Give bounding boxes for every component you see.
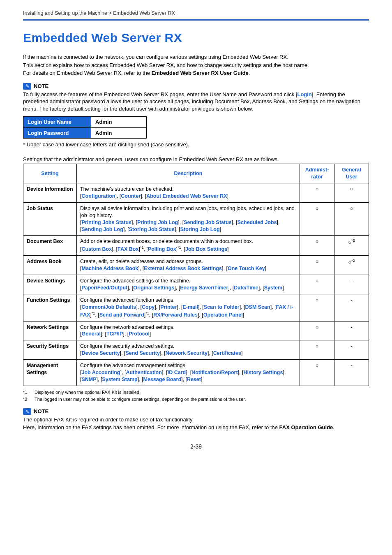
link-job-accounting[interactable]: Job Accounting	[81, 370, 120, 375]
link-authentication[interactable]: Authentication	[126, 370, 162, 375]
footnote-text: The logged in user may not be able to co…	[35, 396, 246, 402]
footnote-1: *1Displayed only when the optional FAX K…	[23, 389, 369, 395]
link-notification-report[interactable]: Notification/Report	[191, 370, 238, 375]
link-message-board[interactable]: Message Board	[143, 377, 181, 382]
setting-desc: Create, edit, or delete addresses and ad…	[77, 256, 300, 275]
circle-icon	[350, 206, 353, 211]
user-cell: -	[334, 275, 369, 294]
footnote-ref: *1	[140, 245, 144, 250]
link-system-stamp[interactable]: System Stamp	[102, 377, 138, 382]
case-sensitive-note: * Upper case and lower case letters are …	[23, 141, 369, 148]
login-link[interactable]: Login	[297, 91, 311, 97]
note-header-1: ✎ NOTE	[23, 83, 369, 90]
circle-icon	[316, 206, 319, 211]
link-tcpip[interactable]: TCP/IP	[106, 331, 123, 337]
link-storing-job-status[interactable]: Storing Job Status	[129, 227, 175, 232]
link-printing-jobs-status[interactable]: Printing Jobs Status	[81, 220, 131, 225]
admin-cell	[300, 236, 334, 256]
login-table: Login User Name Admin Login Password Adm…	[23, 116, 147, 139]
fax-guide-ref: FAX Operation Guide	[279, 424, 333, 430]
link-network-security[interactable]: Network Security	[166, 350, 208, 356]
link-send-forward[interactable]: Send and Forward	[99, 312, 144, 318]
circle-icon	[316, 297, 319, 303]
table-row: Security Settings Configure the security…	[23, 340, 369, 360]
link-job-box-settings[interactable]: Job Box Settings	[185, 246, 227, 252]
admin-cell	[300, 275, 334, 294]
footnote-text: Displayed only when the optional FAX Kit…	[35, 389, 141, 395]
note2-t2a: Here, information on the FAX settings ha…	[23, 424, 279, 430]
link-sending-job-log[interactable]: Sending Job Log	[81, 227, 123, 232]
desc-text: Add or delete document boxes, or delete …	[80, 238, 253, 244]
header-rule	[23, 19, 369, 21]
link-certificates[interactable]: Certificates	[213, 350, 241, 356]
link-email[interactable]: E-mail	[182, 304, 198, 310]
link-energy-saver[interactable]: Energy Saver/Timer	[180, 285, 228, 291]
footnote-key: *1	[23, 389, 30, 395]
page-title: Embedded Web Server RX	[23, 30, 369, 46]
link-storing-job-log[interactable]: Storing Job Log	[180, 227, 220, 232]
link-date-time[interactable]: Date/Time	[234, 285, 258, 291]
note2-line1: The optional FAX Kit is required in orde…	[23, 416, 369, 423]
link-counter[interactable]: Counter	[121, 193, 141, 199]
link-id-card[interactable]: ID Card	[168, 370, 186, 375]
link-scheduled-jobs[interactable]: Scheduled Jobs	[238, 220, 277, 225]
footnote-2: *2The logged in user may not be able to …	[23, 396, 369, 402]
setting-name: Network Settings	[23, 321, 77, 340]
intro-line-3a: For details on Embedded Web Server RX, r…	[23, 70, 152, 76]
link-copy[interactable]: Copy	[142, 304, 154, 310]
intro-line-3: For details on Embedded Web Server RX, r…	[23, 69, 369, 77]
user-cell: -	[334, 360, 369, 386]
footnote-ref: *2	[351, 259, 355, 263]
link-custom-box[interactable]: Custom Box	[81, 246, 112, 252]
link-configuration[interactable]: Configuration	[81, 193, 115, 199]
link-common-job-defaults[interactable]: Common/Job Defaults	[81, 304, 136, 310]
link-printer[interactable]: Printer	[160, 304, 177, 310]
table-row: Address Book Create, edit, or delete add…	[23, 256, 369, 275]
link-send-security[interactable]: Send Security	[126, 350, 160, 356]
desc-text: Configure the advanced management settin…	[80, 363, 187, 368]
user-cell: *2	[334, 236, 369, 256]
link-fax-box[interactable]: FAX Box	[118, 246, 138, 252]
link-system[interactable]: System	[264, 285, 282, 291]
note-label-1: NOTE	[34, 83, 48, 90]
link-dsm-scan[interactable]: DSM Scan	[245, 304, 270, 310]
setting-name: Security Settings	[23, 340, 77, 360]
link-about[interactable]: About Embedded Web Server RX	[146, 193, 227, 199]
link-external-address-book[interactable]: External Address Book Settings	[144, 266, 222, 271]
link-reset[interactable]: Reset	[187, 377, 201, 382]
link-device-security[interactable]: Device Security	[81, 350, 120, 356]
setting-desc: Displays all device information, includi…	[77, 202, 300, 236]
desc-text: The machine's structure can be checked.	[80, 186, 174, 192]
header-admin: Administ-rator	[300, 164, 334, 183]
link-operation-panel[interactable]: Operation Panel	[203, 312, 243, 318]
note1-t1: To fully access the features of the Embe…	[23, 91, 297, 97]
link-scan-to-folder[interactable]: Scan to Folder	[204, 304, 240, 310]
admin-cell	[300, 360, 334, 386]
link-one-touch-key[interactable]: One Touch Key	[228, 266, 265, 271]
link-printing-job-log[interactable]: Printing Job Log	[137, 220, 178, 225]
intro-guide-ref: Embedded Web Server RX User Guide	[152, 70, 249, 76]
footnote-key: *2	[23, 396, 30, 402]
link-machine-address-book[interactable]: Machine Address Book	[81, 266, 138, 271]
link-general[interactable]: General	[81, 331, 101, 337]
footnote-ref: *1	[145, 311, 149, 315]
link-paper-feed-output[interactable]: Paper/Feed/Output	[81, 285, 127, 291]
note1-text: To fully access the features of the Embe…	[23, 91, 369, 113]
link-original-settings[interactable]: Original Settings	[133, 285, 174, 291]
setting-desc: Configure the network advanced settings.…	[77, 321, 300, 340]
setting-name: Management Settings	[23, 360, 77, 386]
link-polling-box[interactable]: Polling Box	[148, 246, 176, 252]
user-cell	[334, 183, 369, 203]
table-row: Device Settings Configure the advanced s…	[23, 275, 369, 294]
link-history-settings[interactable]: History Settings	[244, 370, 283, 375]
login-row-username: Login User Name Admin	[23, 117, 147, 128]
desc-text: Displays all device information, includi…	[80, 206, 295, 218]
link-snmp[interactable]: SNMP	[81, 377, 96, 382]
setting-name: Document Box	[23, 236, 77, 256]
note-icon: ✎	[23, 408, 31, 415]
header-user: General User	[334, 164, 369, 183]
link-sending-job-status[interactable]: Sending Job Status	[184, 220, 232, 225]
setting-name: Device Information	[23, 183, 77, 203]
link-protocol[interactable]: Protocol	[129, 331, 150, 337]
link-rx-forward-rules[interactable]: RX/Forward Rules	[153, 312, 198, 318]
